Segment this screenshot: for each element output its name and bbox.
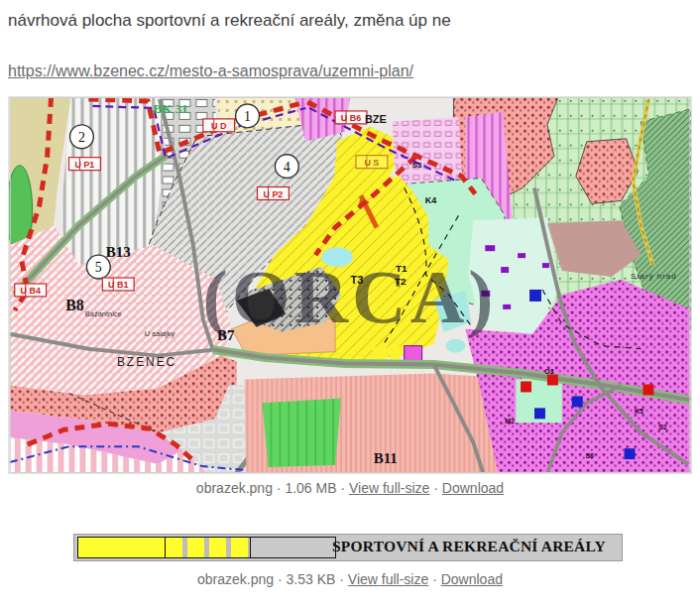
map-label-ud: U D — [211, 121, 227, 131]
map-label-staryhrad: Starý hrad — [631, 272, 677, 281]
map-label-usalajky: U salajky — [145, 329, 175, 338]
map-attachment-caption: obrazek.png · 1.06 MB · View full-size ·… — [8, 479, 692, 498]
map-label-s3: S3 — [412, 161, 422, 170]
map-label-bze: BZE — [365, 113, 387, 125]
legend-download-link[interactable]: Download — [441, 571, 503, 587]
map-label-b13: B13 — [106, 244, 131, 260]
map-label-ub1: U B1 — [108, 280, 128, 290]
map-view-full-size-link[interactable]: View full-size — [349, 480, 429, 496]
post-title: návrhová plocha sportovní a rekreační ar… — [8, 10, 700, 32]
map-label-up2: U P2 — [263, 189, 283, 199]
map-download-link[interactable]: Download — [442, 480, 504, 496]
legend-image[interactable]: SPORTOVNÍ A REKREAČNÍ AREÁLY — [73, 534, 623, 561]
map-label-s2: S2 — [658, 424, 667, 430]
map-label-c1: 1 — [244, 109, 251, 124]
legend-swatch-yellow-solid — [77, 537, 166, 558]
map-label-b11: B11 — [374, 450, 398, 466]
map-label-k4: K4 — [425, 195, 436, 205]
map-filename: obrazek.png — [196, 480, 273, 496]
map-label-bk31: BK 31 — [154, 101, 188, 116]
legend-swatches — [77, 537, 336, 558]
map-label-ub4: U B4 — [21, 286, 41, 296]
map-label-up1: U P1 — [74, 160, 94, 170]
map-label-ub6: U B6 — [341, 113, 361, 123]
map-label-k5: K5 — [635, 408, 643, 415]
legend-swatch-gray — [251, 537, 336, 558]
orca-watermark: (ORCA) — [203, 256, 498, 339]
map-label-s6: S6 — [585, 452, 594, 459]
forum-post: návrhová plocha sportovní a rekreační ar… — [0, 0, 700, 589]
map-label-c2: 2 — [78, 130, 85, 145]
map-label-o3: O3 — [544, 368, 553, 375]
zoning-map-image[interactable]: BK 31U D12U P1U B6BZEU P24U SS3K4T1T2T3B… — [8, 96, 692, 474]
map-label-us: U S — [364, 158, 379, 168]
legend-view-full-size-link[interactable]: View full-size — [348, 571, 428, 587]
map-label-bzenec: BZENEC — [117, 355, 176, 369]
post-link[interactable]: https://www.bzenec.cz/mesto-a-samosprava… — [8, 62, 413, 80]
map-label-b8: B8 — [65, 297, 84, 313]
legend-filename: obrazek.png — [197, 571, 274, 587]
legend-swatch-yellow-striped — [166, 537, 251, 558]
legend-attachment-caption: obrazek.png · 3.53 KB · View full-size ·… — [8, 570, 692, 589]
map-label-c4: 4 — [284, 160, 291, 175]
map-filesize: 1.06 MB — [285, 480, 336, 496]
map-label-bazantnice: Bažantnice — [85, 309, 122, 318]
map-label-m2: M2 — [505, 418, 515, 425]
legend-filesize: 3.53 KB — [287, 571, 336, 587]
map-label-c5: 5 — [95, 260, 102, 275]
zoning-map-svg: BK 31U D12U P1U B6BZEU P24U SS3K4T1T2T3B… — [9, 97, 691, 473]
legend-label: SPORTOVNÍ A REKREAČNÍ AREÁLY — [332, 538, 606, 555]
